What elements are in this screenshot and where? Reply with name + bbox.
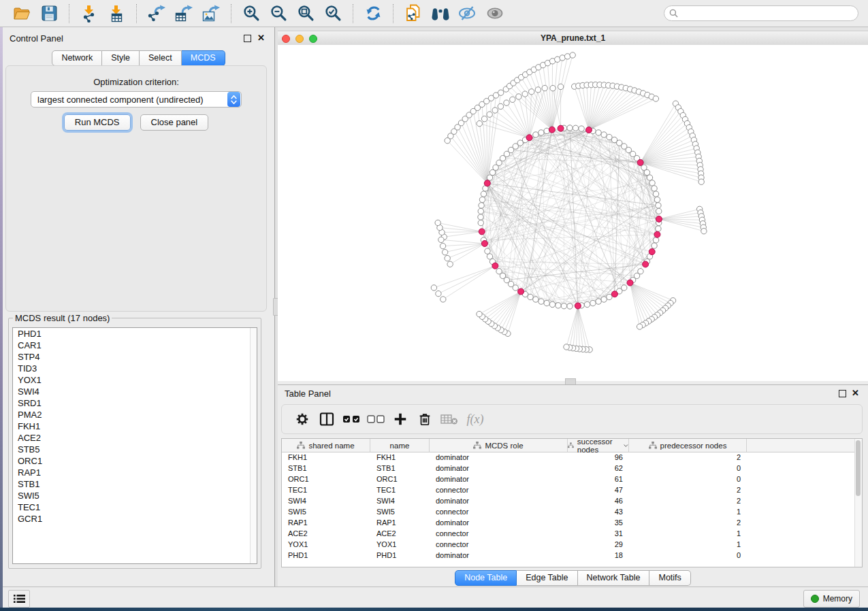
mcds-result-item[interactable]: RAP1 xyxy=(13,467,251,478)
tab-motifs[interactable]: Motifs xyxy=(649,570,690,586)
tab-mcds[interactable]: MCDS xyxy=(182,50,225,66)
table-row[interactable]: YOX1YOX1connector291 xyxy=(282,539,855,550)
cell-predecessor-nodes[interactable]: 0 xyxy=(629,551,747,559)
table-scrollbar[interactable] xyxy=(854,439,862,567)
cell-successor-nodes[interactable]: 62 xyxy=(568,464,629,472)
network-node[interactable] xyxy=(440,297,446,302)
create-column-icon[interactable] xyxy=(388,408,413,430)
zoom-out-icon[interactable] xyxy=(267,3,290,24)
network-node[interactable] xyxy=(481,116,487,122)
mcds-result-item[interactable]: FKH1 xyxy=(13,420,251,432)
mcds-result-item[interactable]: SRD1 xyxy=(13,397,251,409)
network-node[interactable] xyxy=(436,291,441,296)
network-node[interactable] xyxy=(585,127,592,133)
mcds-result-item[interactable]: PMA2 xyxy=(13,409,251,420)
network-node[interactable] xyxy=(656,208,662,214)
mcds-result-item[interactable]: SWI5 xyxy=(13,490,251,501)
cell-predecessor-nodes[interactable]: 0 xyxy=(629,475,747,483)
network-node[interactable] xyxy=(518,288,524,295)
network-node[interactable] xyxy=(575,303,581,309)
table-row[interactable]: TEC1TEC1connector472 xyxy=(282,484,855,495)
network-node[interactable] xyxy=(653,96,658,101)
mcds-result-item[interactable]: STP4 xyxy=(13,351,251,363)
network-node[interactable] xyxy=(653,191,658,197)
network-node[interactable] xyxy=(526,135,532,141)
cell-successor-nodes[interactable]: 61 xyxy=(568,475,629,483)
network-node[interactable] xyxy=(601,297,607,302)
network-node[interactable] xyxy=(438,237,444,242)
cell-predecessor-nodes[interactable]: 2 xyxy=(629,518,747,527)
cell-MCDS-role[interactable]: connector xyxy=(430,508,568,516)
network-node[interactable] xyxy=(492,108,498,113)
export-network-icon[interactable] xyxy=(145,3,168,24)
network-node[interactable] xyxy=(544,300,549,306)
network-node[interactable] xyxy=(573,125,578,131)
column-header-shared-name[interactable]: shared name xyxy=(282,439,370,452)
cell-predecessor-nodes[interactable]: 2 xyxy=(629,453,747,461)
mcds-result-item[interactable]: TEC1 xyxy=(13,501,251,513)
cell-name[interactable]: ORC1 xyxy=(370,475,430,483)
network-node[interactable] xyxy=(481,191,486,197)
select-all-icon[interactable] xyxy=(339,408,364,430)
cell-MCDS-role[interactable]: dominator xyxy=(430,518,568,527)
search-input[interactable] xyxy=(681,7,858,20)
table-row[interactable]: STB1STB1dominator620 xyxy=(282,463,855,474)
network-node[interactable] xyxy=(550,85,556,90)
network-node[interactable] xyxy=(643,261,649,267)
network-node[interactable] xyxy=(656,203,661,208)
save-session-icon[interactable] xyxy=(37,3,61,24)
network-node[interactable] xyxy=(656,226,661,231)
import-table-icon[interactable] xyxy=(105,3,128,24)
network-node[interactable] xyxy=(627,280,633,286)
cell-predecessor-nodes[interactable]: 1 xyxy=(629,540,747,548)
network-node[interactable] xyxy=(487,175,492,180)
export-table-icon[interactable] xyxy=(172,3,195,24)
table-row[interactable]: ORC1ORC1dominator610 xyxy=(282,474,855,484)
network-node[interactable] xyxy=(522,91,528,97)
tab-network-table[interactable]: Network Table xyxy=(578,570,650,586)
cell-MCDS-role[interactable]: connector xyxy=(430,529,568,538)
network-node[interactable] xyxy=(496,269,502,274)
network-node[interactable] xyxy=(656,216,662,222)
cell-predecessor-nodes[interactable]: 2 xyxy=(629,486,747,494)
cell-name[interactable]: SWI4 xyxy=(370,497,430,505)
mcds-result-item[interactable]: SWI4 xyxy=(13,386,251,397)
network-node[interactable] xyxy=(492,263,498,269)
network-node[interactable] xyxy=(445,255,450,261)
network-node[interactable] xyxy=(510,97,515,102)
network-node[interactable] xyxy=(596,299,601,304)
network-node[interactable] xyxy=(607,134,612,139)
network-node[interactable] xyxy=(533,297,539,302)
mcds-result-item[interactable]: YOX1 xyxy=(13,374,251,386)
network-node[interactable] xyxy=(556,303,561,308)
float-window-icon[interactable] xyxy=(839,390,846,397)
run-mcds-button[interactable]: Run MCDS xyxy=(64,114,131,131)
cell-successor-nodes[interactable]: 31 xyxy=(568,529,629,538)
cell-MCDS-role[interactable]: dominator xyxy=(430,551,568,559)
network-node[interactable] xyxy=(479,197,485,202)
network-node[interactable] xyxy=(479,203,484,208)
network-node[interactable] xyxy=(484,180,490,186)
network-window-titlebar[interactable]: YPA_prune.txt_1 xyxy=(278,31,868,46)
zoom-fit-icon[interactable] xyxy=(294,3,317,24)
cell-MCDS-role[interactable]: connector xyxy=(430,486,568,494)
cell-successor-nodes[interactable]: 18 xyxy=(568,551,629,559)
network-node[interactable] xyxy=(542,85,547,90)
column-header-predecessor-nodes[interactable]: predecessor nodes xyxy=(629,439,747,452)
cell-successor-nodes[interactable]: 47 xyxy=(568,486,629,494)
search-box[interactable] xyxy=(664,5,858,21)
mcds-result-item[interactable]: GCR1 xyxy=(13,513,251,525)
network-node[interactable] xyxy=(611,291,617,297)
network-node[interactable] xyxy=(561,303,566,309)
network-node[interactable] xyxy=(596,130,601,135)
zoom-in-icon[interactable] xyxy=(240,3,263,24)
tab-style[interactable]: Style xyxy=(102,50,140,66)
network-node[interactable] xyxy=(644,169,649,175)
zoom-selected-icon[interactable] xyxy=(321,3,344,24)
network-node[interactable] xyxy=(533,132,539,137)
network-node[interactable] xyxy=(570,52,575,58)
result-list-scrollbar[interactable] xyxy=(250,328,257,563)
cell-MCDS-role[interactable]: dominator xyxy=(430,497,568,505)
delete-column-icon[interactable] xyxy=(413,408,437,430)
network-node[interactable] xyxy=(652,243,657,248)
